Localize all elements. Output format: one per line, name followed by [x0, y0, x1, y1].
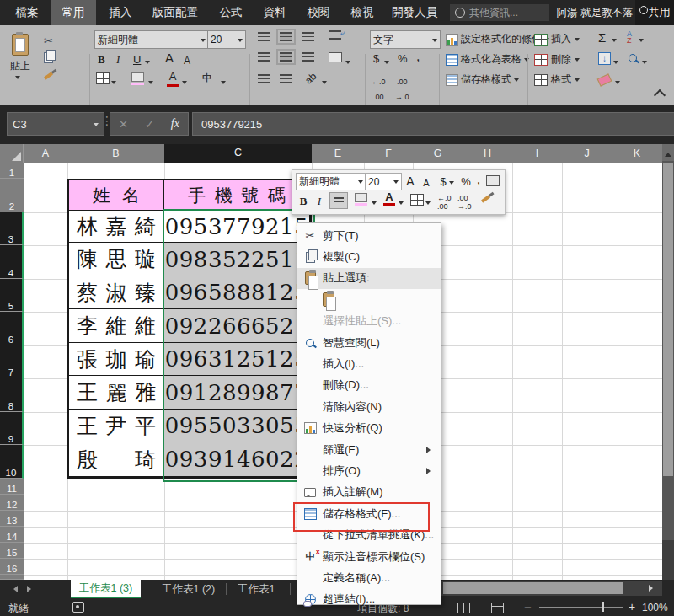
row-header-2[interactable]: 2	[0, 179, 24, 212]
mini-font-color-dropdown[interactable]	[399, 198, 404, 207]
cell-C4[interactable]: 0983522511	[164, 243, 310, 276]
sheet-tab-1[interactable]: 工作表1 (3)	[71, 580, 141, 598]
mini-italic-button[interactable]: I	[314, 193, 324, 210]
clear-dropdown[interactable]	[615, 78, 620, 87]
number-format-combo[interactable]: 文字	[370, 30, 441, 49]
cell-B5[interactable]: 蔡淑臻	[69, 276, 164, 309]
menu-item-paste-button[interactable]	[297, 289, 441, 310]
align-middle-icon[interactable]	[280, 32, 292, 41]
col-header-E[interactable]: E	[312, 144, 365, 163]
row-header-15[interactable]: 15	[0, 543, 24, 559]
mini-decrease-decimal-button[interactable]: .00→.0	[457, 194, 472, 211]
row-header-11[interactable]: 11	[0, 479, 24, 495]
enter-icon[interactable]: ✓	[145, 118, 154, 131]
cell-B3[interactable]: 林嘉綺	[69, 211, 164, 243]
increase-decimal-button[interactable]: ←.0.00	[372, 74, 386, 104]
shrink-font-button[interactable]: A	[184, 53, 190, 68]
autosum-dropdown[interactable]	[612, 35, 617, 45]
mini-size-combo[interactable]: 20	[365, 173, 402, 190]
col-header-J[interactable]: J	[562, 144, 612, 163]
sheet-tab-2[interactable]: 工作表1 (2)	[153, 580, 223, 598]
formula-input[interactable]: 0953779215	[192, 112, 674, 136]
cell-B6[interactable]: 李維維	[69, 309, 164, 343]
sheet-nav-left-icon[interactable]	[10, 586, 18, 592]
mini-merge-icon[interactable]	[486, 175, 500, 186]
mini-increase-decimal-button[interactable]: ←.0.00	[437, 194, 452, 211]
col-header-A[interactable]: A	[24, 144, 68, 163]
menu-item-clear-contents[interactable]: 清除內容(N)	[297, 396, 441, 417]
row-header-7[interactable]: 7	[0, 345, 24, 378]
menu-item-hyperlink[interactable]: 超連結(I)...	[297, 589, 441, 610]
phonetic-dropdown[interactable]	[221, 78, 226, 87]
italic-button[interactable]: I	[116, 52, 120, 67]
row-header-5[interactable]: 5	[0, 279, 24, 312]
cell-B4[interactable]: 陳思璇	[69, 243, 164, 276]
tab-developer[interactable]: 開發人員	[384, 0, 445, 25]
share-button[interactable]: 共用	[635, 0, 674, 25]
insert-function-icon[interactable]: fx	[171, 117, 179, 131]
page-layout-view-icon[interactable]	[491, 603, 504, 613]
zoom-out-button[interactable]: −	[524, 600, 532, 614]
cell-C7[interactable]: 0963125125	[164, 343, 310, 376]
grow-font-button[interactable]: A	[165, 51, 174, 66]
merge-dropdown[interactable]	[345, 57, 350, 67]
decrease-decimal-button[interactable]: .00→.0	[395, 74, 409, 104]
sheet-tab-3[interactable]: 工作表1	[229, 580, 283, 598]
currency-dropdown[interactable]	[384, 57, 389, 67]
cell-C10[interactable]: 0939146022	[164, 442, 310, 477]
tab-page-layout[interactable]: 版面配置	[142, 0, 209, 25]
format-painter-button[interactable]	[44, 74, 53, 78]
collapse-ribbon-chevron[interactable]	[654, 89, 666, 101]
mini-font-combo[interactable]: 新細明體	[296, 173, 366, 190]
row-header-1[interactable]: 1	[0, 163, 24, 179]
row-header-16[interactable]: 16	[0, 559, 24, 575]
font-color-dropdown[interactable]	[182, 78, 187, 87]
row-header-10[interactable]: 10	[0, 445, 24, 479]
find-select-button[interactable]	[629, 54, 637, 62]
menu-item-define-name[interactable]: 定義名稱(A)...	[297, 567, 441, 588]
paste-dropdown[interactable]	[15, 72, 20, 82]
cell-C8[interactable]: 0912899877	[164, 376, 310, 410]
name-box[interactable]: C3	[7, 112, 104, 136]
tab-data[interactable]: 資料	[253, 0, 297, 25]
sort-filter-button[interactable]: AZ	[627, 30, 632, 44]
cell-C2[interactable]: 手機號碼	[164, 180, 310, 211]
menu-item-phonetic[interactable]: 中 顯示注音標示欄位(S)	[297, 546, 441, 567]
tab-home[interactable]: 常用	[51, 0, 96, 25]
col-header-G[interactable]: G	[413, 144, 463, 163]
cancel-icon[interactable]: ✕	[119, 118, 128, 131]
mini-grow-font-button[interactable]: A	[404, 173, 417, 190]
paste-label[interactable]: 貼上	[3, 59, 37, 73]
increase-indent-icon[interactable]	[280, 74, 292, 83]
menu-item-delete[interactable]: 刪除(D)...	[297, 375, 441, 396]
wrap-text-button[interactable]: ⤶	[329, 30, 341, 40]
copy-button[interactable]	[44, 52, 53, 63]
menu-item-quick-analysis[interactable]: 快速分析(Q)	[297, 418, 441, 439]
merge-center-button[interactable]	[329, 52, 342, 62]
tab-formulas[interactable]: 公式	[209, 0, 253, 25]
scroll-up-button[interactable]	[662, 144, 674, 161]
mini-font-color-button[interactable]: A	[383, 190, 395, 206]
col-header-K[interactable]: K	[612, 144, 663, 163]
mini-fill-color-button[interactable]	[355, 193, 367, 206]
row-header-13[interactable]: 13	[0, 511, 24, 527]
underline-button[interactable]: U	[133, 52, 141, 67]
row-header-4[interactable]: 4	[0, 245, 24, 279]
row-header-9[interactable]: 9	[0, 412, 24, 445]
menu-item-smart-lookup[interactable]: 智慧查閱(L)	[297, 332, 441, 353]
mini-currency-dropdown[interactable]	[449, 178, 454, 187]
fill-dropdown[interactable]	[613, 57, 618, 67]
col-header-F[interactable]: F	[364, 144, 414, 163]
horizontal-scrollbar[interactable]	[441, 581, 662, 596]
tab-review[interactable]: 校閱	[297, 0, 340, 25]
menu-item-insert[interactable]: 插入(I)...	[297, 353, 441, 374]
mini-borders-icon[interactable]	[410, 194, 424, 206]
col-header-I[interactable]: I	[512, 144, 563, 163]
row-header-14[interactable]: 14	[0, 527, 24, 543]
align-left-icon[interactable]	[258, 52, 270, 62]
menu-item-copy[interactable]: 複製(C)	[297, 246, 441, 267]
font-name-combo[interactable]: 新細明體	[94, 30, 209, 49]
mini-comma-button[interactable]: ,	[474, 171, 483, 188]
select-all-corner[interactable]	[0, 144, 24, 163]
row-header-8[interactable]: 8	[0, 378, 24, 412]
